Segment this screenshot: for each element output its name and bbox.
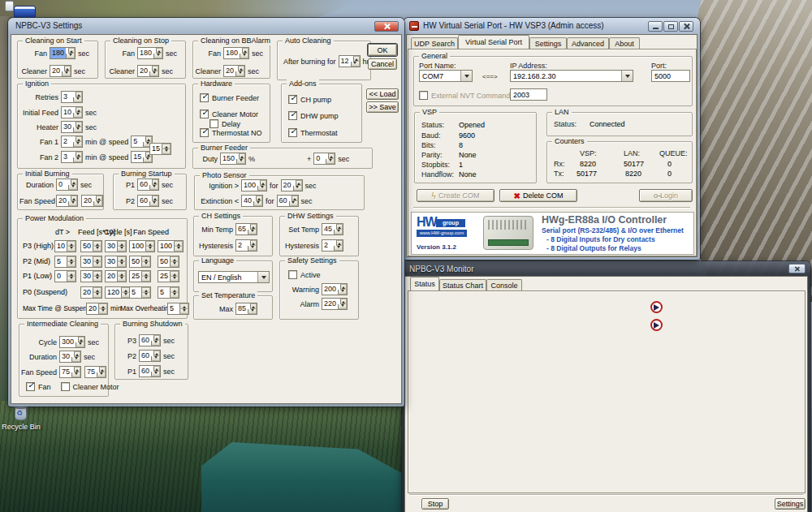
- spin-up-icon[interactable]: [340, 284, 347, 290]
- spinner[interactable]: 120: [105, 286, 131, 299]
- spinner[interactable]: 30: [105, 256, 127, 268]
- spinner-buttons[interactable]: [117, 256, 126, 267]
- spin-down-icon[interactable]: [73, 127, 82, 132]
- spinner-buttons[interactable]: [66, 48, 75, 58]
- spinner[interactable]: 20: [281, 179, 303, 191]
- spin-down-icon[interactable]: [93, 277, 102, 282]
- spin-down-icon[interactable]: [76, 342, 84, 347]
- spinner-buttons[interactable]: [240, 48, 248, 58]
- desktop-icon[interactable]: [5, 1, 14, 11]
- spinner-buttons[interactable]: [93, 256, 102, 267]
- dhw-pump-checkbox[interactable]: [288, 111, 297, 120]
- spin-down-icon[interactable]: [334, 230, 343, 234]
- cleaner-motor-checkbox[interactable]: [200, 110, 209, 118]
- spinner-buttons[interactable]: [257, 180, 266, 191]
- maximize-button[interactable]: [663, 21, 678, 32]
- spinner-buttons[interactable]: [141, 271, 150, 282]
- spinner-buttons[interactable]: [248, 303, 257, 314]
- spin-up-icon[interactable]: [250, 224, 257, 230]
- spinner[interactable]: 25: [129, 270, 151, 282]
- spin-up-icon[interactable]: [71, 196, 77, 201]
- spinner[interactable]: 30: [80, 256, 102, 268]
- spin-down-icon[interactable]: [289, 201, 298, 206]
- spinner[interactable]: 100: [241, 179, 267, 191]
- spin-up-icon[interactable]: [93, 271, 102, 277]
- spinner[interactable]: 30: [61, 121, 83, 133]
- spin-up-icon[interactable]: [238, 66, 244, 71]
- spin-up-icon[interactable]: [67, 241, 76, 247]
- stop-button[interactable]: Stop: [421, 498, 449, 510]
- spin-down-icon[interactable]: [293, 186, 302, 191]
- spin-down-icon[interactable]: [143, 157, 152, 162]
- spinner[interactable]: 150: [220, 153, 246, 165]
- spin-up-icon[interactable]: [141, 256, 150, 262]
- spin-down-icon[interactable]: [170, 262, 179, 267]
- spin-down-icon[interactable]: [117, 247, 126, 252]
- tab-status-chart[interactable]: Status Chart: [439, 279, 486, 290]
- spinner[interactable]: 10: [61, 106, 83, 118]
- spinner[interactable]: 2: [235, 239, 257, 252]
- fan-checkbox[interactable]: [26, 382, 35, 391]
- spin-up-icon[interactable]: [170, 287, 179, 293]
- spinner[interactable]: 40: [241, 195, 263, 207]
- spinner[interactable]: 12: [339, 55, 361, 67]
- spin-up-icon[interactable]: [152, 179, 158, 185]
- spinner-buttons[interactable]: [67, 271, 76, 282]
- spinner[interactable]: 10: [54, 240, 76, 252]
- spinner[interactable]: 60: [137, 179, 159, 191]
- spin-up-icon[interactable]: [99, 367, 106, 372]
- language-combo[interactable]: EN / English: [198, 271, 270, 283]
- spinner[interactable]: 0: [313, 153, 335, 165]
- spinner[interactable]: 100: [129, 240, 155, 252]
- tab-virtual-serial-port[interactable]: Virtual Serial Port: [458, 35, 529, 49]
- spinner[interactable]: 2: [61, 136, 83, 148]
- ip-address-combo[interactable]: 192.168.2.30: [510, 70, 633, 82]
- spin-up-icon[interactable]: [74, 367, 80, 372]
- spinner[interactable]: 20: [223, 65, 245, 77]
- spin-down-icon[interactable]: [338, 304, 347, 309]
- spinner[interactable]: 60: [277, 195, 299, 207]
- spin-up-icon[interactable]: [179, 303, 188, 309]
- spin-up-icon[interactable]: [152, 196, 158, 201]
- spin-up-icon[interactable]: [98, 303, 107, 309]
- tab-udp-search[interactable]: UDP Search: [411, 37, 458, 49]
- spin-up-icon[interactable]: [78, 337, 84, 342]
- spinner-buttons[interactable]: [235, 66, 244, 76]
- spinner[interactable]: 60: [137, 195, 159, 207]
- spin-up-icon[interactable]: [76, 92, 82, 97]
- spinner[interactable]: 60: [139, 334, 161, 346]
- spinner-buttons[interactable]: [338, 299, 347, 309]
- spin-up-icon[interactable]: [174, 241, 183, 247]
- spin-up-icon[interactable]: [76, 152, 82, 157]
- spin-up-icon[interactable]: [152, 66, 158, 71]
- spinner-buttons[interactable]: [170, 287, 179, 298]
- spin-down-icon[interactable]: [151, 341, 160, 346]
- spinner-buttons[interactable]: [351, 56, 360, 67]
- tab-about[interactable]: About: [609, 37, 640, 49]
- spinner-buttons[interactable]: [151, 351, 160, 361]
- spinner[interactable]: 65: [235, 223, 257, 235]
- nvt-port-input[interactable]: 2003: [510, 88, 547, 101]
- spin-down-icon[interactable]: [68, 201, 77, 206]
- spinner-buttons[interactable]: [73, 152, 82, 162]
- port-input[interactable]: 5000: [651, 70, 690, 82]
- spinner-buttons[interactable]: [170, 256, 179, 267]
- spinner-buttons[interactable]: [248, 240, 257, 251]
- ok-button[interactable]: OK: [368, 44, 397, 56]
- spin-down-icon[interactable]: [170, 293, 179, 298]
- spinner-buttons[interactable]: [149, 66, 158, 76]
- tab-advanced[interactable]: Advanced: [567, 37, 609, 49]
- spin-down-icon[interactable]: [73, 157, 82, 162]
- spinner-buttons[interactable]: [236, 153, 245, 164]
- spinner-buttons[interactable]: [93, 287, 102, 298]
- spin-down-icon[interactable]: [326, 159, 335, 164]
- window-title[interactable]: NPBC-V3 Monitor: [409, 265, 473, 273]
- spin-down-icon[interactable]: [145, 247, 154, 252]
- spin-up-icon[interactable]: [242, 48, 248, 54]
- spin-down-icon[interactable]: [93, 293, 102, 298]
- spinner-buttons[interactable]: [141, 287, 150, 298]
- spin-down-icon[interactable]: [151, 356, 160, 361]
- spin-up-icon[interactable]: [340, 299, 347, 304]
- spin-up-icon[interactable]: [239, 153, 245, 159]
- spin-up-icon[interactable]: [250, 240, 257, 246]
